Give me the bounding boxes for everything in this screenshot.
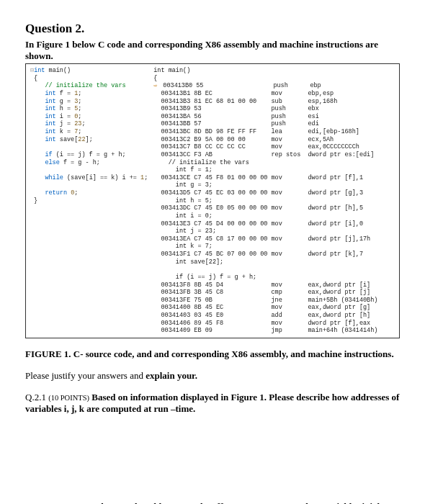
q22-label: Q.2.2 (15 POINTS) bbox=[25, 501, 89, 504]
figure-1: ⊟int main() { // initialize the vars int… bbox=[25, 63, 400, 338]
figure-caption: FIGURE 1. C- source code, and and corres… bbox=[25, 348, 400, 360]
q-2-2: Q.2.2 (15 POINTS) What are the addresses… bbox=[25, 501, 400, 504]
question-intro: In Figure 1 below C code and correspondi… bbox=[25, 39, 400, 62]
q-2-1: Q.2.1 (10 POINTS) Based on information d… bbox=[25, 392, 400, 415]
c-source: ⊟int main() { // initialize the vars int… bbox=[30, 67, 148, 335]
justify-text: Please justify your answers and explain … bbox=[25, 370, 400, 382]
q21-label: Q.2.1 (10 POINTS) bbox=[25, 392, 89, 402]
q22-text: What are the addresses to the offsets bbox=[91, 501, 240, 504]
question-title: Question 2. bbox=[25, 22, 400, 36]
asm-listing: int main() { ⇨ 003413B0 55 push ebp 0034… bbox=[153, 67, 395, 335]
intro-text: In Figure 1 below C code and correspondi… bbox=[25, 39, 378, 61]
